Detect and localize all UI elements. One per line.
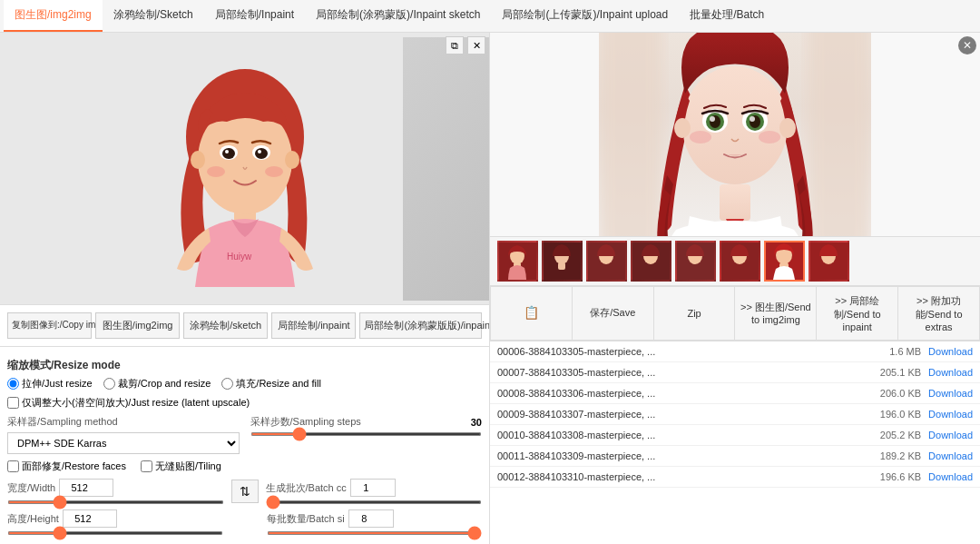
send-to-inpaint-btn[interactable]: 局部绘制/inpaint [271, 312, 356, 339]
file-size: 206.0 KB [865, 388, 928, 399]
thumbnail-8[interactable] [808, 241, 849, 282]
sampling-method-label: 采样器/Sampling method [7, 415, 240, 429]
tab-batch[interactable]: 批量处理/Batch [679, 0, 775, 32]
checkbox-row: 面部修复/Restore faces 无缝贴图/Tiling [7, 460, 482, 473]
send-to-inpaint-right-btn[interactable]: >> 局部绘制/Send to inpaint [817, 286, 898, 341]
tiling-checkbox[interactable]: 无缝贴图/Tiling [141, 460, 221, 473]
size-row: 宽度/Width ⇅ 生成批次/Batch cc [7, 479, 482, 504]
action-row-buttons: 📋 保存/Save Zip >> 图生图/Send to img2img >> … [490, 286, 980, 341]
thumbnail-6[interactable] [720, 241, 760, 282]
file-download-link[interactable]: Download [928, 346, 973, 357]
svg-point-12 [265, 166, 283, 177]
sampling-steps-value: 30 [471, 417, 482, 428]
radio-just-resize[interactable]: 拉伸/Just resize [7, 377, 93, 391]
send-to-extras-right-btn[interactable]: >> 附加功能/Send to extras [898, 286, 980, 341]
sampling-method-select[interactable]: DPM++ SDE Karras [7, 432, 240, 454]
clipboard-btn[interactable]: 📋 [490, 286, 573, 341]
svg-point-29 [710, 116, 715, 122]
sampling-steps-slider[interactable] [250, 432, 483, 436]
file-download-link[interactable]: Download [928, 430, 973, 440]
width-input-row: 宽度/Width [7, 479, 224, 497]
cartoon-image: Huiyw [145, 51, 345, 287]
file-row: 00009-3884103307-masterpiece, ... 196.0 … [490, 404, 980, 425]
send-to-sketch-btn[interactable]: 涂鸦绘制/sketch [183, 312, 268, 339]
file-row: 00006-3884103305-masterpiece, ... 1.6 MB… [490, 341, 980, 362]
svg-point-7 [222, 148, 235, 159]
batch-count-input[interactable] [350, 479, 396, 497]
save-btn[interactable]: 保存/Save [573, 286, 654, 341]
send-to-inpaint-sketch-btn[interactable]: 局部绘制(涂鸦蒙版版)/inpaint sketch [359, 312, 482, 339]
restore-faces-checkbox[interactable]: 面部修复/Restore faces [7, 460, 126, 473]
svg-point-30 [750, 116, 755, 122]
batch-count-slider[interactable] [266, 500, 483, 504]
file-size: 205.2 KB [865, 430, 928, 440]
file-size: 205.1 KB [865, 367, 928, 378]
svg-point-18 [682, 66, 788, 184]
radio-crop-label: 裁剪/Crop and resize [118, 377, 211, 391]
send-to-img2img-right-btn[interactable]: >> 图生图/Send to img2img [735, 286, 817, 341]
batch-size-slider[interactable] [267, 531, 483, 535]
close-tool-btn[interactable]: ✕ [467, 36, 485, 54]
height-input[interactable] [63, 509, 117, 528]
svg-point-20 [759, 131, 780, 143]
width-input[interactable] [59, 479, 113, 497]
file-row: 00007-3884103305-masterpiece, ... 205.1 … [490, 362, 980, 383]
width-slider[interactable] [7, 500, 224, 504]
radio-fill[interactable]: 填充/Resize and fill [221, 377, 321, 391]
height-label: 高度/Height [7, 512, 59, 526]
thumbnail-4[interactable] [631, 241, 671, 282]
latent-upscale-label: 仅调整大小(潜空间放大)/Just resize (latent upscale… [22, 396, 250, 410]
file-name: 00010-3884103308-masterpiece, ... [497, 430, 865, 440]
batch-size-label: 每批数量/Batch si [267, 512, 345, 526]
thumbnail-3[interactable] [586, 241, 627, 282]
thumbnail-5[interactable] [675, 241, 716, 282]
file-download-link[interactable]: Download [928, 471, 973, 482]
file-name: 00011-3884103309-masterpiece, ... [497, 450, 865, 461]
clipboard-icon: 📋 [495, 305, 568, 320]
file-row: 00011-3884103309-masterpiece, ... 189.2 … [490, 446, 980, 467]
latent-upscale-row: 仅调整大小(潜空间放大)/Just resize (latent upscale… [7, 396, 482, 410]
image-tools: ⧉ ✕ [446, 36, 485, 54]
svg-point-22 [779, 118, 796, 138]
zip-btn[interactable]: Zip [654, 286, 736, 341]
tab-inpaint-sketch[interactable]: 局部绘制(涂鸦蒙版)/Inpaint sketch [305, 0, 491, 32]
resize-radio-group: 拉伸/Just resize 裁剪/Crop and resize 填充/Res… [7, 377, 482, 391]
file-download-link[interactable]: Download [928, 367, 973, 378]
svg-rect-17 [720, 184, 750, 221]
anime-girl-image [599, 33, 871, 237]
file-download-link[interactable]: Download [928, 388, 973, 399]
file-size: 196.0 KB [865, 409, 928, 420]
copy-tool-btn[interactable]: ⧉ [446, 36, 464, 54]
file-download-link[interactable]: Download [928, 450, 973, 461]
restore-faces-label: 面部修复/Restore faces [22, 460, 126, 473]
tab-sketch[interactable]: 涂鸦绘制/Sketch [103, 0, 204, 32]
width-col: 宽度/Width [7, 479, 224, 504]
preview-close-btn[interactable]: ✕ [958, 36, 976, 54]
batch-size-input[interactable] [348, 509, 394, 528]
image-placeholder: Huiyw [0, 37, 489, 301]
file-name: 00012-3884103310-masterpiece, ... [497, 471, 865, 482]
tab-img2img[interactable]: 图生图/img2img [4, 0, 103, 32]
thumbnail-7-active[interactable] [764, 241, 805, 282]
batch-count-label: 生成批次/Batch cc [266, 481, 347, 495]
send-to-img2img-btn[interactable]: 图生图/img2img [95, 312, 180, 339]
svg-rect-36 [558, 262, 565, 270]
thumbnail-2[interactable] [542, 241, 583, 282]
height-slider[interactable] [7, 531, 223, 535]
radio-crop-resize[interactable]: 裁剪/Crop and resize [103, 377, 211, 391]
height-row: 高度/Height 每批数量/Batch si [7, 509, 482, 535]
latent-upscale-checkbox[interactable]: 仅调整大小(潜空间放大)/Just resize (latent upscale… [7, 396, 482, 410]
svg-point-8 [255, 148, 268, 159]
batch-size-row: 每批数量/Batch si [267, 509, 483, 528]
file-download-link[interactable]: Download [928, 409, 973, 420]
thumbnail-1[interactable] [497, 241, 538, 282]
svg-rect-15 [599, 33, 662, 237]
file-name: 00006-3884103305-masterpiece, ... [497, 346, 865, 357]
svg-point-4 [285, 151, 299, 169]
file-size: 1.6 MB [865, 346, 928, 357]
tab-inpaint[interactable]: 局部绘制/Inpaint [204, 0, 305, 32]
tab-inpaint-upload[interactable]: 局部绘制(上传蒙版)/Inpaint upload [491, 0, 679, 32]
svg-point-19 [690, 131, 711, 143]
swap-dimensions-btn[interactable]: ⇅ [231, 480, 259, 503]
controls-panel: 缩放模式/Resize mode 拉伸/Just resize 裁剪/Crop … [0, 347, 489, 542]
